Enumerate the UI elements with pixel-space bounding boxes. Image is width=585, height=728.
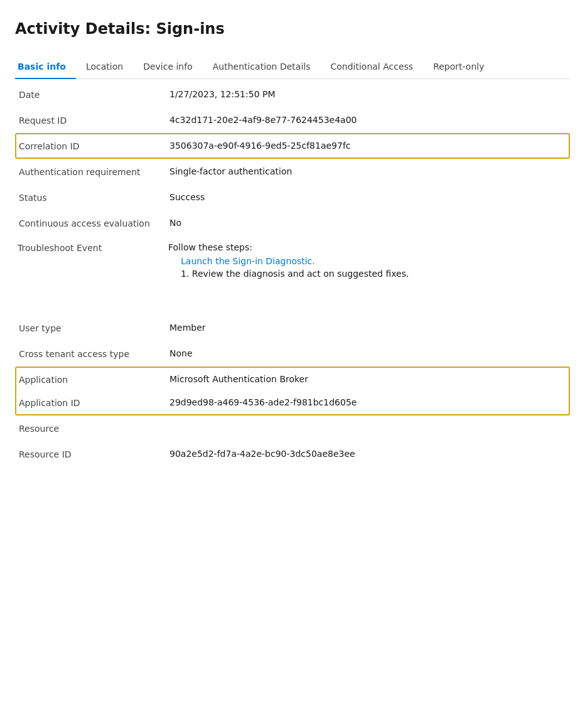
troubleshoot-label: Troubleshoot Event [18,242,168,253]
auth-req-row: Authentication requirement Single-factor… [15,159,570,185]
troubleshoot-content: Follow these steps: Launch the Sign-in D… [168,242,567,279]
troubleshoot-row: Troubleshoot Event Follow these steps: L… [15,236,570,285]
application-value: Microsoft Authentication Broker [169,374,566,384]
user-type-label: User type [19,323,169,333]
request-id-label: Request ID [19,115,169,126]
resource-id-label: Resource ID [19,449,169,459]
user-type-row: User type Member [15,315,570,341]
cross-tenant-value: None [169,348,566,358]
request-id-row: Request ID 4c32d171-20e2-4af9-8e77-76244… [15,107,570,133]
date-label: Date [19,89,169,100]
correlation-id-value: 3506307a-e90f-4916-9ed5-25cf81ae97fc [169,141,566,151]
tab-basic-info[interactable]: Basic info [15,55,76,79]
continuous-label: Continuous access evaluation [19,218,169,228]
cross-tenant-row: Cross tenant access type None [15,341,570,367]
application-id-label: Application ID [19,397,169,408]
auth-req-label: Authentication requirement [19,166,169,177]
tabs-container: Basic info Location Device info Authenti… [15,55,570,79]
tab-location[interactable]: Location [76,55,133,79]
request-id-value: 4c32d171-20e2-4af9-8e77-7624453e4a00 [169,115,566,125]
follow-steps-text: Follow these steps: [168,242,567,252]
application-label: Application [19,374,169,385]
date-row: Date 1/27/2023, 12:51:50 PM [15,82,570,107]
cross-tenant-label: Cross tenant access type [19,348,169,359]
resource-label: Resource [19,423,169,434]
resource-row: Resource [15,415,570,441]
application-id-value: 29d9ed98-a469-4536-ade2-f981bc1d605e [169,397,566,407]
step1-text: 1. Review the diagnosis and act on sugge… [181,269,567,279]
application-id-row: Application ID 29d9ed98-a469-4536-ade2-f… [16,391,569,414]
correlation-id-row: Correlation ID 3506307a-e90f-4916-9ed5-2… [15,133,570,159]
tab-auth-details[interactable]: Authentication Details [203,55,321,79]
correlation-id-label: Correlation ID [19,141,169,151]
status-row: Status Success [15,185,570,210]
basic-info-content: Date 1/27/2023, 12:51:50 PM Request ID 4… [15,79,570,467]
application-group: Application Microsoft Authentication Bro… [15,367,570,415]
application-row: Application Microsoft Authentication Bro… [16,368,569,391]
resource-id-row: Resource ID 90a2e5d2-fd7a-4a2e-bc90-3dc5… [15,441,570,467]
continuous-value: No [169,218,566,228]
status-label: Status [19,192,169,203]
status-value: Success [169,192,566,202]
spacer-1 [15,285,570,315]
date-value: 1/27/2023, 12:51:50 PM [169,89,566,99]
resource-id-value: 90a2e5d2-fd7a-4a2e-bc90-3dc50ae8e3ee [169,449,566,459]
page-title: Activity Details: Sign-ins [15,20,570,38]
launch-diagnostic-link[interactable]: Launch the Sign-in Diagnostic. [181,256,567,266]
tab-conditional-access[interactable]: Conditional Access [320,55,423,79]
tab-device-info[interactable]: Device info [133,55,203,79]
user-type-value: Member [169,323,566,333]
continuous-row: Continuous access evaluation No [15,210,570,236]
auth-req-value: Single-factor authentication [169,166,566,176]
tab-report-only[interactable]: Report-only [423,55,494,79]
